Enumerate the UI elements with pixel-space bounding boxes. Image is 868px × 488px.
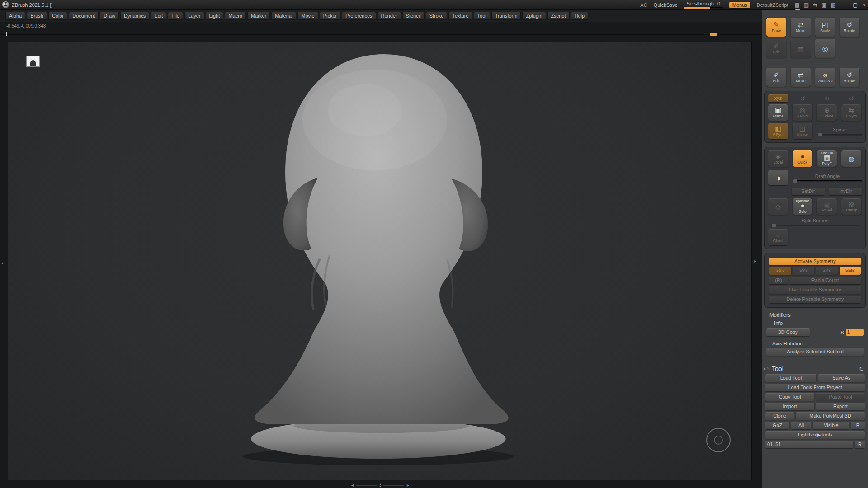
canvas-scroll-right-icon[interactable]: ▸ [754, 258, 756, 263]
local-transform-button[interactable]: ◈ Local [768, 150, 788, 167]
layout-icon[interactable]: ▤ [795, 2, 800, 8]
analyze-subtool-button[interactable]: Analyze Selected Subtool [766, 348, 864, 356]
menu-help[interactable]: Help [571, 12, 589, 20]
perspective-button[interactable]: ◍ [841, 150, 861, 167]
scroll-down-icon[interactable]: ▾ [379, 485, 381, 488]
make-polymesh3d-button[interactable]: Make PolyMesh3D [796, 412, 865, 420]
invdir-button[interactable]: InvDir [829, 188, 862, 195]
timeline-handle[interactable] [710, 33, 717, 36]
setdir-button[interactable]: SetDir [792, 188, 825, 195]
canvas-document[interactable] [8, 42, 752, 480]
load-tool-button[interactable]: Load Tool [765, 374, 816, 382]
zoom3d-button[interactable]: ⌀ Zoom3D [815, 68, 835, 87]
see-through-slider[interactable]: See-through 0 [684, 1, 723, 9]
export-button[interactable]: Export [816, 403, 865, 410]
current-tool-item[interactable]: 01. 51 [765, 441, 853, 448]
set-pivot-button[interactable]: ◎ S.Pivot [793, 104, 812, 121]
quicksave-button[interactable]: QuickSave [654, 2, 678, 8]
menu-macro[interactable]: Macro [225, 12, 246, 20]
menu-movie[interactable]: Movie [297, 12, 318, 20]
current-tool-r-button[interactable]: R [855, 441, 865, 448]
copy-tool-button[interactable]: Copy Tool [765, 393, 814, 401]
menu-texture[interactable]: Texture [448, 12, 472, 20]
ghost-transparency-button[interactable]: ◌ Ghost [768, 229, 788, 245]
menu-dynamics[interactable]: Dynamics [120, 12, 149, 20]
rotate-z-icon[interactable]: ↺ [841, 95, 861, 102]
draw-mode-button[interactable]: ✎ Draw [766, 18, 786, 37]
menus-button[interactable]: Menus [729, 2, 750, 8]
menu-zplugin[interactable]: Zplugin [522, 12, 546, 20]
menu-marker[interactable]: Marker [247, 12, 270, 20]
goz-visible-button[interactable]: Visible [813, 422, 849, 429]
menu-file[interactable]: File [168, 12, 183, 20]
menu-transform[interactable]: Transform [491, 12, 521, 20]
palette-cycle-icon[interactable]: ↻ [859, 366, 864, 372]
menu-stroke[interactable]: Stroke [426, 12, 448, 20]
menu-alpha[interactable]: Alpha [5, 12, 25, 20]
canvas-scroll-left-icon[interactable]: ◂ [1, 260, 3, 265]
goz-button[interactable]: GoZ [765, 422, 789, 429]
grid-icon[interactable]: ▩ [831, 2, 836, 8]
menu-document[interactable]: Document [69, 12, 99, 20]
copy-3d-button[interactable]: 3D Copy [766, 328, 810, 336]
solo-button[interactable]: Dynamic ● Solo [793, 198, 812, 215]
menu-layer[interactable]: Layer [184, 12, 204, 20]
menu-stencil[interactable]: Stencil [402, 12, 425, 20]
use-posable-symmetry-button[interactable]: Use Posable Symmetry [769, 286, 861, 294]
symmetry-y-button[interactable]: >Y< [793, 267, 815, 275]
point-select-button[interactable]: ▒ Pt Sel [817, 198, 837, 215]
gyro-edit-button[interactable]: ✐ Edit [766, 68, 786, 87]
menu-draw[interactable]: Draw [100, 12, 119, 20]
quick-render-button[interactable]: ● Quick [793, 150, 812, 167]
radial-symmetry-button[interactable]: (R) [769, 277, 788, 284]
menu-light[interactable]: Light [206, 12, 224, 20]
frame-button[interactable]: ▣ Frame [768, 104, 788, 121]
menu-edit[interactable]: Edit [151, 12, 166, 20]
delete-posable-symmetry-button[interactable]: Delete Posable Symmetry [769, 296, 861, 303]
divider-icon[interactable]: ▣ [821, 2, 826, 8]
transparency-button[interactable]: ▨ Transp [841, 198, 861, 215]
minimize-button[interactable]: – [845, 2, 848, 8]
maximize-button[interactable]: ▢ [853, 2, 858, 8]
menu-brush[interactable]: Brush [27, 12, 47, 20]
goz-all-button[interactable]: All [791, 422, 811, 429]
menu-zscript[interactable]: Zscript [547, 12, 570, 20]
local-symmetry-button[interactable]: ⇆ L.Sym [841, 104, 861, 121]
scroll-right-icon[interactable]: ► [406, 483, 410, 488]
move-mode-button[interactable]: ⇄ Move [791, 18, 811, 37]
cube-view-button[interactable]: ◇ [768, 198, 788, 215]
save-as-button[interactable]: Save As [818, 374, 865, 382]
canvas-horizontal-scrollbar[interactable]: ◄ ▴ ▾ ► [350, 483, 410, 488]
rotate-mode-button[interactable]: ↺ Rotate [840, 18, 859, 37]
frame-picture-button[interactable]: ▦ [791, 39, 811, 58]
menu-tool[interactable]: Tool [474, 12, 490, 20]
edit-mode-button[interactable]: ✐ Edit [766, 39, 786, 58]
draft-angle-slider[interactable]: Draft Angle [793, 174, 862, 182]
paste-tool-button[interactable]: Paste Tool [816, 393, 865, 401]
clear-pivot-button[interactable]: ⊕ C.Pivot [817, 104, 837, 121]
backface-mask-button[interactable]: ◑ [768, 170, 788, 185]
scroll-left-icon[interactable]: ◄ [350, 483, 354, 488]
radial-count-slider[interactable]: RadialCount [789, 277, 861, 284]
document-thumbnail[interactable] [26, 56, 40, 67]
polyframe-button[interactable]: Line Fill ▦ PolyF [817, 150, 837, 167]
menu-preferences[interactable]: Preferences [342, 12, 376, 20]
default-zscript-button[interactable]: DefaultZScript [757, 2, 788, 8]
xpose-button[interactable]: ◫ Xpose [793, 123, 812, 139]
symmetry-x-button[interactable]: >X< [769, 267, 791, 275]
timeline-track[interactable] [0, 34, 762, 35]
menu-picker[interactable]: Picker [320, 12, 341, 20]
goz-r-button[interactable]: R [851, 422, 865, 429]
close-button[interactable]: × [862, 2, 865, 8]
swap-columns-icon[interactable]: ⇆ [813, 2, 817, 8]
symmetry-m-button[interactable]: >M< [840, 267, 861, 275]
rotate-y-icon[interactable]: ↻ [817, 95, 837, 102]
nav-sphere[interactable] [706, 428, 731, 452]
split-screen-slider[interactable]: Split Screen [771, 218, 859, 226]
xpose-amount-slider[interactable]: Xpose [817, 127, 862, 136]
gyro-rotate-button[interactable]: ↺ Rotate [840, 68, 859, 87]
menu-render[interactable]: Render [377, 12, 401, 20]
view-symmetry-button[interactable]: ◧ V.Sym [768, 123, 788, 139]
s-value-field[interactable]: 1 [846, 329, 864, 336]
import-button[interactable]: Import [765, 403, 814, 410]
